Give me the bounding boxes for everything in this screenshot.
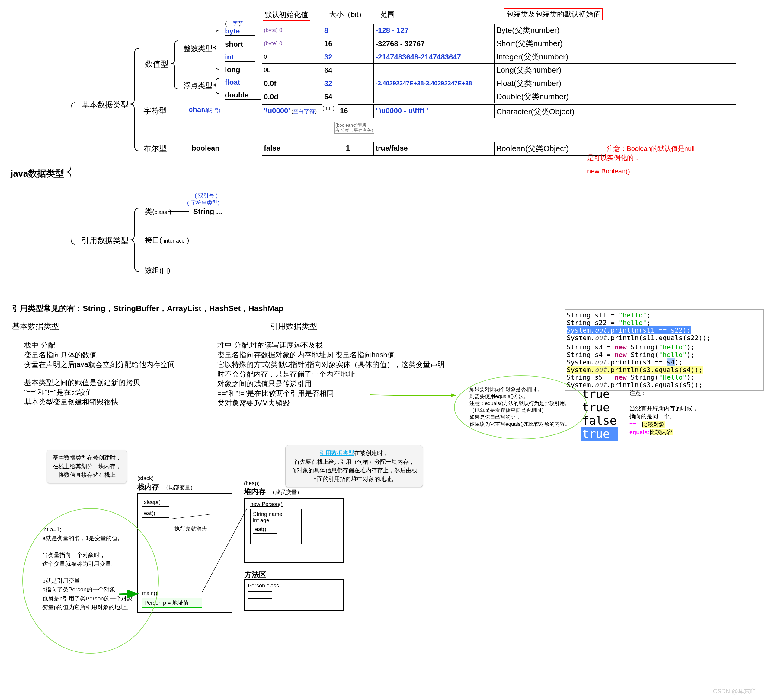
bool-size: 1 [323,142,374,156]
branch-ref: 引用数据类型 [82,235,129,246]
float: float [225,78,261,87]
bool-def: false [262,142,323,156]
code-block: String s11 = "hello"; String s22 = "hell… [565,309,764,391]
char-size: 16 [338,104,374,118]
results: true true false true [581,387,618,441]
col-wrapper: Byte(父类number) Short(父类number) Integer(父… [494,24,736,103]
bool-vnote: (boolean类型所 占长度与平存有关) [335,122,374,133]
stack-cn: 栈内存 （局部变量） [137,482,196,492]
char: char(单引号) [189,105,220,114]
booltype: 布尔型 [143,143,167,154]
col-size: 8 16 32 64 32 64 [323,24,374,103]
hdr-size: 大小（bit） [329,9,365,19]
char-null: (null) [323,105,335,111]
col-default: (byte) 0 (byte) 0 0 0L 0.0f 0.0d [262,24,323,103]
hdr-default: 默认初始化值 [263,9,310,20]
hdr-range: 范围 [380,9,395,19]
iface: 接口( interface ) [145,235,189,245]
heap-en: (heap) [244,480,260,487]
arr: 数组([ ]) [145,265,170,275]
byte-par: ( ) [225,20,241,27]
long: long [225,66,255,74]
bool-range: true/false [374,142,494,156]
left-expl: int a=1; a就是变量的名，1是变量的值。 当变量指向一个对象时， 这个变… [42,525,138,612]
method-title: 方法区 [244,570,266,579]
floattype: 浮点类型 [184,81,212,91]
basic-note-box: 基本数据类型在被创建时， 在栈上给其划分一块内存， 将数值直接存储在栈上 [47,450,127,483]
red-note1: 注意：Boolean的默认值是null [607,144,695,153]
heap-cn: 堆内存 （成员变量） [244,487,302,496]
heap-box: new Person() String name; int age; eat() [244,498,343,563]
numtype: 数值型 [145,59,168,69]
red-note2: 是可以实例化的， [587,153,640,162]
byte: byte [225,27,255,36]
watermark: CSDN @耳东吖 [713,687,756,695]
code-note: 注意： 当没有开辟新内存的时候， 指向的是同一个。 ==：比较对象 equals… [630,389,698,436]
inttype: 整数类型 [184,44,212,53]
cmp-r: 堆中 分配,堆的读写速度远不及栈 变量名指向存数据对象的内存地址,即变量名指向h… [217,341,450,408]
char-def: '\u0000' (空白字符) [262,104,323,118]
cmp-lh: 基本数据类型 [12,321,59,331]
class: 类(class ) [145,207,172,217]
red-note3: new Boolean() [587,168,630,175]
char-wrap: Character(父类Object) [494,104,736,118]
string: String ... [193,207,222,216]
stack-box: sleep() eat() 执行完就消失 main() Person p = 地… [137,493,233,612]
char-range: ' \u0000 - u\ffff ' [374,104,494,118]
eq-note: 如果要对比两个对象是否相同， 则需要使用equals()方法。 注意：equal… [469,386,570,428]
method-box: Person.class [244,579,343,611]
boolean: boolean [192,144,219,152]
hdr-wrapper: 包装类及包装类的默认初始值 [504,8,603,20]
root-label: java数据类型 [11,168,64,180]
cmp-l: 栈中 分配 变量名指向具体的数值 变量在声明之后java就会立刻分配给他内存空间… [24,341,211,407]
stack-en: (stack) [137,475,154,482]
col-range: -128 - 127 -32768 - 32767 -2147483648-21… [374,24,494,103]
strtype: ( 字符串类型) [187,199,219,206]
chartype: 字符型 [143,105,167,116]
cmp-rh: 引用数据类型 [270,321,317,331]
branch-basic: 基本数据类型 [82,100,129,110]
ref-note-box: 引用数据类型在被创建时， 首先要在栈上给其引用（句柄）分配一块内存， 而对象的具… [285,445,423,487]
dq: ( 双引号 ) [195,192,218,199]
sec2-title: 引用类型常见的有：String，StringBuffer，ArrayList，H… [12,303,283,314]
short: short [225,40,255,49]
int: int [225,53,255,61]
double: double [225,91,261,100]
